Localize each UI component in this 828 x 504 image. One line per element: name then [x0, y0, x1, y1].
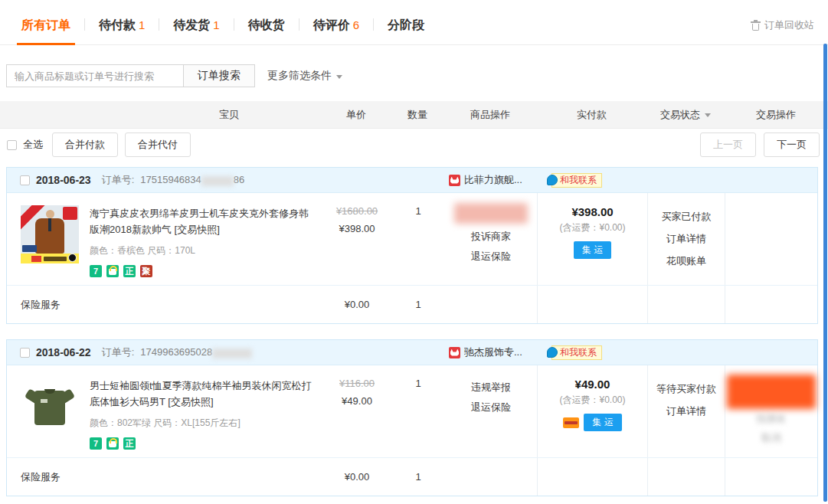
- consumer-protection-icon: [106, 265, 119, 277]
- product-cell: 男士短袖圆领t恤夏季薄款纯棉半袖男装休闲宽松打底体恤衫大码男T [交易快照] 颜…: [7, 365, 322, 457]
- next-page-button[interactable]: 下一页: [764, 133, 820, 157]
- tab-all-orders[interactable]: 所有订单: [8, 13, 84, 44]
- table-header: 宝贝 单价 数量 商品操作 实付款 交易状态 交易操作: [0, 101, 828, 129]
- tab-count: 1: [139, 18, 145, 31]
- huabei-bill-link[interactable]: 花呗账单: [648, 250, 725, 272]
- col-header-paid: 实付款: [536, 108, 647, 122]
- insurance-row: 保险服务 ¥0.00 1: [7, 457, 817, 496]
- more-filters-label: 更多筛选条件: [267, 69, 332, 83]
- tmall-icon: [449, 347, 460, 358]
- product-image[interactable]: [21, 378, 79, 436]
- product-cell: 海宁真皮皮衣男绵羊皮男士机车皮夹克外套修身韩版潮2018新款帅气 [交易快照] …: [7, 193, 322, 285]
- tmall-icon: [449, 175, 460, 186]
- trade-action-cell: [725, 193, 817, 285]
- prev-page-button[interactable]: 上一页: [700, 133, 756, 157]
- shop-name: 驰杰服饰专...: [464, 345, 522, 359]
- price-cell: ¥116.00 ¥49.00: [322, 365, 391, 457]
- original-price: ¥116.00: [322, 378, 391, 389]
- merge-agent-pay-button[interactable]: 合并代付: [125, 133, 191, 157]
- order-recycle-bin-link[interactable]: 订单回收站: [751, 18, 814, 32]
- order-search-button[interactable]: 订单搜索: [184, 64, 255, 87]
- tab-staged[interactable]: 分阶段: [374, 13, 438, 44]
- juhuasuan-icon: 聚: [140, 265, 152, 277]
- current-price: ¥398.00: [322, 223, 391, 234]
- tab-label: 所有订单: [21, 18, 70, 31]
- wangwang-icon: [547, 347, 558, 358]
- col-header-status-filter[interactable]: 交易状态: [647, 108, 724, 122]
- order-no-blur: [201, 176, 234, 186]
- insurance-label: 保险服务: [7, 470, 322, 484]
- contact-label: 和我联系: [560, 346, 597, 359]
- filter-dropdown-icon: [705, 113, 711, 117]
- select-all-label: 全选: [23, 138, 43, 152]
- consolidated-shipping-button[interactable]: 集 运: [574, 241, 611, 259]
- order-detail-link[interactable]: 订单详情: [648, 400, 725, 422]
- search-input[interactable]: [6, 64, 184, 87]
- return-shipping-insurance-link[interactable]: 退运保险: [445, 398, 537, 417]
- tab-pending-receipt[interactable]: 待收货: [234, 13, 299, 44]
- merge-payment-button[interactable]: 合并付款: [52, 133, 118, 157]
- order-no: 1749963695028: [140, 346, 252, 358]
- paid-amount: ¥398.00: [538, 205, 647, 218]
- product-image[interactable]: [21, 205, 79, 263]
- complain-seller-link[interactable]: 投诉商家: [445, 227, 537, 247]
- product-title-link[interactable]: 海宁真皮皮衣男绵羊皮男士机车皮夹克外套修身韩版潮2018新款帅气 [交易快照]: [90, 205, 313, 237]
- select-all-checkbox[interactable]: [7, 140, 17, 150]
- paid-cell: ¥398.00 (含运费：¥0.00) 集 运: [537, 193, 648, 285]
- status-cell: 等待买家付款 订单详情: [648, 365, 725, 457]
- order-checkbox[interactable]: [20, 348, 30, 358]
- consolidated-shipping-button[interactable]: 集 运: [584, 414, 621, 431]
- blurred-pay-button[interactable]: [727, 375, 816, 409]
- shop-link[interactable]: 比菲力旗舰...: [449, 173, 535, 187]
- insurance-qty: 1: [391, 471, 445, 483]
- page-scrollbar[interactable]: [823, 44, 827, 502]
- item-ops-cell: 投诉商家 退运保险: [445, 193, 537, 285]
- col-header-item: 宝贝: [71, 108, 387, 122]
- recycle-label: 订单回收站: [764, 18, 814, 32]
- insurance-label: 保险服务: [7, 298, 322, 312]
- trade-status: 买家已付款: [648, 205, 725, 227]
- service-badges: 7 正: [90, 437, 313, 450]
- order-no-blur: [212, 349, 252, 358]
- product-attrs: 颜色：香槟色 尺码：170L: [90, 244, 313, 257]
- price-cell: ¥1680.00 ¥398.00: [322, 193, 391, 285]
- bulk-toolbar: 全选 合并付款 合并代付 上一页 下一页: [0, 129, 828, 161]
- return-shipping-insurance-link[interactable]: 退运保险: [445, 247, 537, 267]
- trade-action-cell: 找朋友 取消: [725, 365, 817, 457]
- tab-label: 待评价: [313, 18, 350, 31]
- insurance-row: 保险服务 ¥0.00 1: [7, 285, 817, 323]
- quantity-cell: 1: [391, 193, 445, 285]
- tab-pending-review[interactable]: 待评价6: [299, 13, 373, 44]
- tab-pending-payment[interactable]: 待付款1: [85, 13, 159, 44]
- order-block: 2018-06-22 订单号: 1749963695028 驰杰服饰专... 和…: [6, 339, 818, 496]
- order-date: 2018-06-22: [36, 346, 91, 358]
- tab-label: 待发货: [173, 18, 210, 31]
- authentic-guarantee-icon: 正: [123, 437, 136, 450]
- more-filters-toggle[interactable]: 更多筛选条件: [267, 69, 342, 83]
- trash-icon: [751, 20, 761, 31]
- contact-seller-badge[interactable]: 和我联系: [551, 345, 602, 360]
- order-no-label: 订单号:: [102, 173, 135, 187]
- tab-pending-shipment[interactable]: 待发货1: [159, 13, 233, 44]
- blurred-action-link[interactable]: 找朋友: [725, 409, 817, 428]
- search-row: 订单搜索 更多筛选条件: [6, 64, 822, 87]
- order-date: 2018-06-23: [36, 174, 91, 186]
- blurred-op-link[interactable]: [454, 203, 528, 224]
- authentic-guarantee-icon: 正: [123, 265, 136, 277]
- contact-seller-badge[interactable]: 和我联系: [551, 173, 602, 188]
- order-no: 1751594683486: [140, 174, 244, 185]
- contact-label: 和我联系: [560, 174, 597, 187]
- report-violation-link[interactable]: 违规举报: [445, 378, 537, 398]
- shipping-note: (含运费：¥0.00): [538, 221, 647, 234]
- order-tabs-bar: 所有订单 待付款1 待发货1 待收货 待评价6 分阶段 订单回收站: [0, 0, 828, 45]
- shop-link[interactable]: 驰杰服饰专...: [449, 345, 535, 359]
- blurred-cancel-link[interactable]: 取消: [725, 428, 817, 447]
- card-payment-icon: [563, 417, 579, 428]
- order-detail-link[interactable]: 订单详情: [648, 227, 725, 250]
- consumer-protection-icon: [106, 437, 119, 450]
- order-checkbox[interactable]: [20, 175, 30, 185]
- product-title-link[interactable]: 男士短袖圆领t恤夏季薄款纯棉半袖男装休闲宽松打底体恤衫大码男T [交易快照]: [90, 378, 313, 410]
- order-header: 2018-06-22 订单号: 1749963695028 驰杰服饰专... 和…: [7, 340, 817, 365]
- tab-count: 6: [353, 18, 359, 31]
- service-badges: 7 正 聚: [90, 265, 313, 277]
